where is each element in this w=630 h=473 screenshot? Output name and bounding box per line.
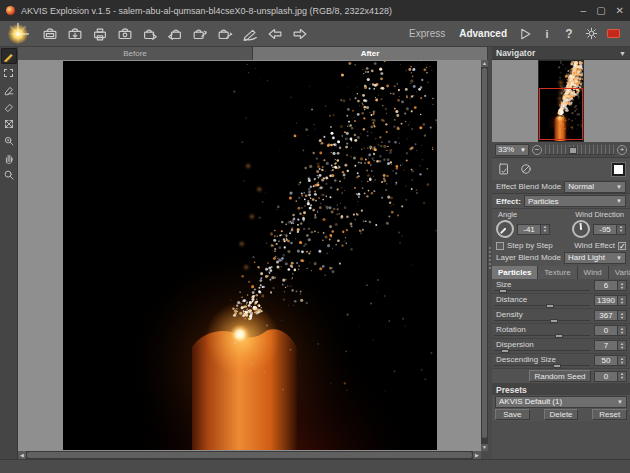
slider-handle[interactable] <box>550 319 558 323</box>
transform-tool[interactable] <box>1 116 17 132</box>
zoom-level-dropdown[interactable]: 33% ▼ <box>495 144 529 156</box>
pencil-share-icon[interactable] <box>238 24 261 44</box>
preset-buttons: Save Delete Reset <box>492 408 630 421</box>
slider-rotation: Rotation 0▲▼ <box>492 324 630 339</box>
navigator-view-frame[interactable] <box>539 88 583 140</box>
photo-image[interactable] <box>63 61 437 450</box>
background-color-swatch[interactable] <box>611 162 626 177</box>
slider-stepper[interactable]: ▲▼ <box>618 325 627 336</box>
tab-wind[interactable]: Wind <box>578 266 609 279</box>
mode-express-button[interactable]: Express <box>402 26 452 41</box>
publish-image-icon[interactable] <box>213 24 236 44</box>
preferences-gear-icon[interactable] <box>580 24 602 44</box>
random-seed-value[interactable]: 0 <box>594 371 618 382</box>
effect-blend-mode-dropdown[interactable]: Normal ▼ <box>564 181 626 193</box>
open-image-icon[interactable] <box>38 24 61 44</box>
layer-blend-mode-row: Layer Blend Mode Hard Light ▼ <box>492 251 630 264</box>
tab-particles[interactable]: Particles <box>492 266 538 279</box>
share-image-icon[interactable] <box>188 24 211 44</box>
effect-dropdown[interactable]: Particles ▼ <box>524 195 626 207</box>
direction-brush-tool[interactable] <box>1 48 17 64</box>
chevron-down-icon: ▼ <box>616 198 622 204</box>
save-preset-button[interactable]: Save <box>495 409 530 420</box>
scroll-right-icon[interactable]: ▶ <box>473 451 481 459</box>
close-button[interactable]: ✕ <box>616 6 624 16</box>
slider-value[interactable]: 50 <box>594 355 618 366</box>
print-icon[interactable] <box>88 24 111 44</box>
angle-dial[interactable] <box>496 220 514 238</box>
hand-tool[interactable] <box>1 150 17 166</box>
wind-effect-checkbox[interactable]: ✓ <box>618 242 626 250</box>
zoom-tool[interactable] <box>1 167 17 183</box>
parameters-brush-tool[interactable] <box>1 133 17 149</box>
random-seed-stepper[interactable]: ▲▼ <box>618 371 627 382</box>
slider-label: Density <box>496 310 523 319</box>
minimize-button[interactable]: – <box>581 6 587 16</box>
random-seed-button[interactable]: Random Seed <box>529 370 591 382</box>
zoom-out-button[interactable]: − <box>532 145 542 155</box>
slider-value[interactable]: 6 <box>594 280 618 291</box>
slider-handle[interactable] <box>501 349 509 353</box>
save-image-icon[interactable] <box>63 24 86 44</box>
wind-direction-value[interactable]: -95 <box>593 224 617 235</box>
run-button[interactable] <box>514 24 536 44</box>
chevron-down-icon[interactable]: ▼ <box>619 50 626 57</box>
wind-direction-stepper[interactable]: ▲▼ <box>617 224 626 235</box>
slider-value[interactable]: 0 <box>594 325 618 336</box>
vertical-scroll-thumb[interactable] <box>482 68 487 438</box>
slider-value[interactable]: 367 <box>594 310 618 321</box>
vertical-scrollbar[interactable]: ▲ ▼ <box>481 60 488 451</box>
lasso-tool[interactable] <box>1 65 17 81</box>
help-icon[interactable]: ? <box>558 24 580 44</box>
zoom-slider[interactable] <box>545 145 614 155</box>
slider-stepper[interactable]: ▲▼ <box>618 295 627 306</box>
random-seed-row: Random Seed 0▲▼ <box>492 369 630 384</box>
eraser-tool[interactable] <box>1 82 17 98</box>
zoom-in-button[interactable]: + <box>617 145 627 155</box>
delete-preset-button[interactable]: Delete <box>544 409 579 420</box>
scroll-up-icon[interactable]: ▲ <box>481 60 488 67</box>
slider-handle[interactable] <box>499 289 507 293</box>
import-presets-icon[interactable] <box>138 24 161 44</box>
tab-before[interactable]: Before <box>18 47 253 60</box>
about-icon[interactable]: i <box>536 24 558 44</box>
horizontal-scroll-thumb[interactable] <box>27 452 472 458</box>
angle-value[interactable]: -41 <box>517 224 541 235</box>
zoom-slider-thumb[interactable] <box>569 147 577 154</box>
reset-preset-button[interactable]: Reset <box>592 409 627 420</box>
undo-icon[interactable] <box>263 24 286 44</box>
last-parameters-icon[interactable] <box>518 161 534 177</box>
history-brush-tool[interactable] <box>1 99 17 115</box>
post-image-icon[interactable] <box>113 24 136 44</box>
tab-after[interactable]: After <box>253 47 488 60</box>
zoom-controls: 33% ▼ − + <box>492 142 630 158</box>
slider-stepper[interactable]: ▲▼ <box>618 340 627 351</box>
export-presets-icon[interactable] <box>163 24 186 44</box>
redo-icon[interactable] <box>288 24 311 44</box>
presets-dropdown[interactable]: AKVIS Default (1) ▼ <box>495 396 627 408</box>
slider-stepper[interactable]: ▲▼ <box>618 355 627 366</box>
effect-parameters-icon[interactable] <box>496 161 512 177</box>
slider-value[interactable]: 1390 <box>594 295 618 306</box>
scroll-down-icon[interactable]: ▼ <box>481 444 488 451</box>
slider-stepper[interactable]: ▲▼ <box>618 310 627 321</box>
chevron-down-icon: ▼ <box>616 255 622 261</box>
slider-value[interactable]: 7 <box>594 340 618 351</box>
layer-blend-mode-dropdown[interactable]: Hard Light ▼ <box>564 252 626 264</box>
tab-texture[interactable]: Texture <box>538 266 577 279</box>
horizontal-scrollbar[interactable]: ◀ ▶ <box>18 451 481 459</box>
wind-direction-dial[interactable] <box>572 220 590 238</box>
slider-handle[interactable] <box>546 304 554 308</box>
buy-icon[interactable] <box>602 24 624 44</box>
slider-stepper[interactable]: ▲▼ <box>618 280 627 291</box>
step-by-step-checkbox[interactable] <box>496 242 504 250</box>
navigator-header[interactable]: Navigator ▼ <box>492 47 630 60</box>
maximize-button[interactable]: ▢ <box>596 6 605 16</box>
tab-variations[interactable]: Variations <box>609 266 630 279</box>
angle-stepper[interactable]: ▲▼ <box>541 224 550 235</box>
scroll-left-icon[interactable]: ◀ <box>18 451 26 459</box>
slider-handle[interactable] <box>555 334 563 338</box>
mode-advanced-button[interactable]: Advanced <box>452 26 514 41</box>
slider-label: Dispersion <box>496 340 534 349</box>
slider-handle[interactable] <box>553 364 561 368</box>
